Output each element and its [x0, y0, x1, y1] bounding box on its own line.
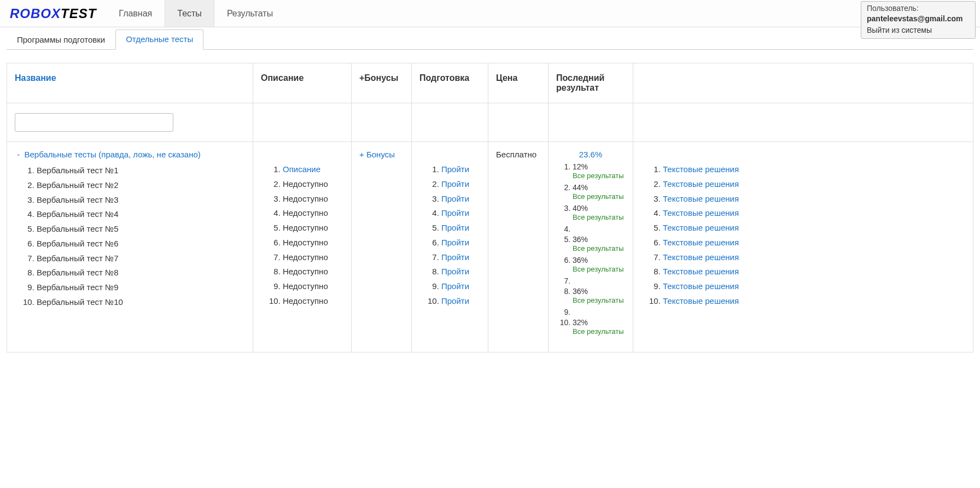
all-results-link[interactable]: Все результаты: [573, 327, 625, 336]
prep-item[interactable]: Пройти: [441, 266, 480, 278]
solution-item[interactable]: Текстовые решения: [663, 207, 965, 219]
collapse-icon: -: [17, 150, 20, 159]
result-item: [573, 225, 625, 233]
topbar: ROBOXTEST ГлавнаяТестыРезультаты Пользов…: [0, 0, 980, 27]
cell-result: 23.6% 12%Все результаты44%Все результаты…: [549, 142, 633, 352]
desc-item: Недоступно: [283, 251, 343, 263]
prep-item[interactable]: Пройти: [441, 280, 480, 292]
grid-header-row: Название Описание +Бонусы Подготовка Цен…: [7, 63, 973, 103]
prep-item[interactable]: Пройти: [441, 207, 480, 219]
solution-item[interactable]: Текстовые решения: [663, 178, 965, 190]
result-item: [573, 308, 625, 316]
desc-item: Недоступно: [283, 295, 343, 307]
col-name[interactable]: Название: [7, 63, 253, 103]
desc-item: Недоступно: [283, 178, 343, 190]
topnav: ГлавнаяТестыРезультаты: [106, 0, 285, 27]
desc-item: Недоступно: [283, 266, 343, 278]
prep-item[interactable]: Пройти: [441, 222, 480, 234]
result-list: 12%Все результаты44%Все результаты40%Все…: [556, 162, 625, 336]
col-prep: Подготовка: [412, 63, 488, 103]
solutions-list: Текстовые решенияТекстовые решенияТексто…: [641, 163, 965, 307]
subtabs: Программы подготовкиОтдельные тесты: [0, 27, 980, 49]
desc-item: Недоступно: [283, 280, 343, 292]
topnav-results[interactable]: Результаты: [214, 0, 285, 27]
tests-list: Вербальный тест №1Вербальный тест №2Верб…: [15, 164, 245, 308]
user-email: panteleevstas@gmail.com: [867, 14, 970, 24]
solution-item[interactable]: Текстовые решения: [663, 251, 965, 263]
solution-item[interactable]: Текстовые решения: [663, 266, 965, 278]
user-label: Пользователь:: [867, 3, 970, 14]
grid-body-row: - Вербальные тесты (правда, ложь, не ска…: [7, 142, 973, 352]
result-item: 12%Все результаты: [573, 162, 625, 180]
result-value: 36%: [573, 287, 588, 296]
col-desc: Описание: [253, 63, 352, 103]
result-value: 36%: [573, 256, 588, 264]
result-value: 40%: [573, 204, 588, 213]
solution-item[interactable]: Текстовые решения: [663, 280, 965, 292]
solution-item[interactable]: Текстовые решения: [663, 295, 965, 307]
all-results-link[interactable]: Все результаты: [573, 244, 625, 252]
test-item: Вербальный тест №10: [37, 296, 245, 308]
solution-item[interactable]: Текстовые решения: [663, 237, 965, 249]
prep-item[interactable]: Пройти: [441, 295, 480, 307]
cell-price: Бесплатно: [488, 142, 549, 352]
logout-link[interactable]: Выйти из системы: [867, 25, 970, 36]
desc-item: Недоступно: [283, 237, 343, 249]
test-item: Вербальный тест №8: [37, 267, 245, 279]
group-toggle[interactable]: - Вербальные тесты (правда, ложь, не ска…: [15, 150, 245, 159]
test-item: Вербальный тест №2: [37, 179, 245, 191]
prep-item[interactable]: Пройти: [441, 193, 480, 205]
cell-desc: ОписаниеНедоступноНедоступноНедоступноНе…: [253, 142, 352, 352]
cell-bonus: + Бонусы: [352, 142, 412, 352]
result-summary[interactable]: 23.6%: [556, 150, 625, 159]
result-item: 40%Все результаты: [573, 204, 625, 221]
prep-item[interactable]: Пройти: [441, 237, 480, 249]
all-results-link[interactable]: Все результаты: [573, 265, 625, 273]
desc-item: Недоступно: [283, 222, 343, 234]
result-item: [573, 277, 625, 285]
name-filter-input[interactable]: [15, 113, 173, 132]
logo-part2: TEST: [61, 6, 96, 21]
user-box: Пользователь: panteleevstas@gmail.com Вы…: [861, 1, 976, 39]
desc-item: Недоступно: [283, 207, 343, 219]
prep-item[interactable]: Пройти: [441, 251, 480, 263]
all-results-link[interactable]: Все результаты: [573, 213, 625, 221]
test-item: Вербальный тест №9: [37, 281, 245, 293]
test-item: Вербальный тест №3: [37, 194, 245, 206]
result-item: 36%Все результаты: [573, 287, 625, 304]
desc-item: Недоступно: [283, 193, 343, 205]
cell-prep: ПройтиПройтиПройтиПройтиПройтиПройтиПрой…: [412, 142, 488, 352]
result-item: 44%Все результаты: [573, 183, 625, 201]
result-item: 32%Все результаты: [573, 318, 625, 336]
solution-item[interactable]: Текстовые решения: [663, 163, 965, 175]
desc-list: ОписаниеНедоступноНедоступноНедоступноНе…: [261, 163, 343, 307]
price-text: Бесплатно: [496, 150, 536, 159]
all-results-link[interactable]: Все результаты: [573, 296, 625, 304]
result-item: 36%Все результаты: [573, 235, 625, 252]
result-value: 32%: [573, 318, 588, 327]
bonus-link[interactable]: + Бонусы: [359, 150, 395, 159]
prep-item[interactable]: Пройти: [441, 163, 480, 175]
desc-item[interactable]: Описание: [283, 163, 343, 175]
result-value: 36%: [573, 235, 588, 244]
prep-item[interactable]: Пройти: [441, 178, 480, 190]
topnav-tests[interactable]: Тесты: [165, 0, 214, 27]
logo[interactable]: ROBOXTEST: [0, 6, 106, 21]
test-item: Вербальный тест №5: [37, 223, 245, 235]
logo-part1: ROBOX: [10, 6, 61, 21]
tests-grid: Название Описание +Бонусы Подготовка Цен…: [7, 63, 973, 352]
test-item: Вербальный тест №1: [37, 164, 245, 177]
prep-list: ПройтиПройтиПройтиПройтиПройтиПройтиПрой…: [419, 163, 480, 307]
col-result: Последний результат: [549, 63, 633, 103]
col-price: Цена: [488, 63, 549, 103]
solution-item[interactable]: Текстовые решения: [663, 222, 965, 234]
result-value: 44%: [573, 183, 588, 192]
all-results-link[interactable]: Все результаты: [573, 172, 625, 180]
all-results-link[interactable]: Все результаты: [573, 192, 625, 201]
test-item: Вербальный тест №7: [37, 252, 245, 264]
subtab-programs[interactable]: Программы подготовки: [7, 30, 115, 50]
subtab-single[interactable]: Отдельные тесты: [115, 30, 203, 50]
solution-item[interactable]: Текстовые решения: [663, 193, 965, 205]
topnav-home[interactable]: Главная: [106, 0, 165, 27]
result-item: 36%Все результаты: [573, 256, 625, 273]
